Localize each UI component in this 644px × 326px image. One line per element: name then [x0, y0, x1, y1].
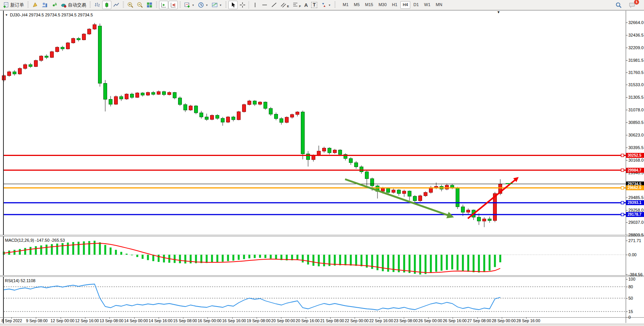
candle [349, 157, 353, 165]
macd-panel-separator[interactable] [0, 235, 644, 236]
candle [280, 117, 283, 125]
price-tick-label: 30395.5 [628, 145, 644, 150]
rsi-tick-label: 80 [628, 284, 633, 289]
macd-histogram-bar [499, 255, 501, 262]
macd-histogram-bar [19, 249, 21, 255]
macd-histogram-bar [249, 255, 251, 259]
macd-histogram-bar [243, 255, 245, 259]
candle [45, 55, 48, 59]
terminal-window: 新订单 自动交易 [0, 0, 644, 326]
chart-title[interactable]: ▼ DJ30-,H4 29734.5 29734.5 29734.5 29734… [5, 13, 93, 17]
time-axis-tick [36, 317, 36, 319]
price-tick-label: 30850.5 [628, 120, 644, 125]
time-axis-tick [109, 317, 110, 319]
line-handle[interactable] [621, 213, 624, 216]
axis-tick [626, 173, 628, 173]
line-handle[interactable] [621, 169, 624, 172]
axis-tick [626, 160, 628, 161]
macd-histogram-bar [489, 255, 491, 271]
candle [488, 217, 491, 223]
macd-histogram-bar [334, 255, 336, 265]
candle [445, 184, 449, 190]
candle [328, 147, 331, 154]
candle [232, 116, 235, 122]
time-axis-tick [281, 317, 281, 319]
candle [237, 111, 241, 120]
time-axis-tick [428, 317, 429, 319]
macd-histogram-bar [275, 255, 277, 259]
time-axis-label: 15 Sep 08:00 [173, 318, 197, 323]
macd-histogram-bar [419, 255, 421, 275]
time-axis-label: 19 Sep 08:00 [247, 318, 270, 323]
macd-histogram-bar [83, 241, 85, 255]
macd-histogram-bar [355, 255, 357, 266]
candle [157, 90, 161, 95]
macd-histogram-bar [382, 255, 384, 271]
axis-tick [626, 241, 628, 241]
macd-histogram-bar [174, 255, 176, 263]
macd-histogram-bar [409, 255, 411, 273]
axis-tick [626, 255, 628, 255]
chart-canvas [0, 0, 644, 326]
macd-histogram-bar [403, 255, 405, 273]
candle [483, 217, 486, 227]
axis-tick [626, 97, 628, 98]
macd-histogram-bar [72, 242, 74, 255]
candle [419, 195, 422, 202]
candle [467, 209, 470, 215]
candle [243, 104, 246, 112]
macd-histogram-bar [473, 255, 475, 272]
time-axis-tick [61, 317, 61, 319]
price-tick-label: 32209.0 [628, 45, 644, 50]
time-axis-tick [11, 317, 12, 319]
rsi-panel-separator[interactable] [0, 275, 644, 277]
candle [8, 71, 11, 77]
candle [403, 190, 406, 197]
rsi-tick-label: 0 [628, 315, 631, 320]
candle [323, 147, 326, 153]
line-handle[interactable] [621, 154, 624, 157]
macd-histogram-bar [339, 255, 341, 265]
axis-tick [626, 35, 628, 35]
axis-tick [626, 317, 628, 318]
chart-shift-marker[interactable]: ▼ [497, 10, 500, 14]
macd-histogram-bar [265, 255, 267, 258]
time-axis-tick [477, 317, 478, 319]
price-tick-label: 31078.0 [628, 108, 644, 112]
candle [130, 93, 134, 99]
time-axis-label: 16 Sep 16:00 [222, 318, 246, 323]
macd-histogram-bar [179, 255, 181, 263]
macd-histogram-bar [142, 255, 144, 259]
macd-histogram-bar [227, 255, 229, 261]
candle [66, 42, 70, 50]
time-axis-tick [453, 317, 453, 319]
axis-tick [626, 222, 628, 223]
macd-tick-label: 271.71 [628, 238, 641, 243]
macd-histogram-bar [206, 255, 208, 263]
candle [2, 74, 6, 82]
candle [333, 149, 337, 154]
candle [456, 187, 459, 209]
candle [253, 100, 257, 106]
candle [301, 111, 305, 159]
macd-histogram-bar [24, 248, 26, 255]
chevron-down-icon[interactable]: ▼ [5, 13, 8, 17]
macd-histogram-bar [56, 244, 58, 255]
candle [296, 111, 299, 117]
time-axis-label: 28 Sep 16:00 [516, 318, 540, 323]
line-handle[interactable] [621, 201, 624, 204]
price-badge: 30252.5 [626, 153, 644, 158]
macd-histogram-bar [345, 255, 347, 265]
macd-histogram-bar [361, 255, 363, 266]
candle [221, 117, 225, 126]
candle [72, 38, 75, 44]
line-handle[interactable] [621, 186, 624, 189]
price-badge: 29393.1 [626, 200, 644, 205]
macd-histogram-bar [110, 247, 112, 255]
toolbar-divider [0, 10, 644, 11]
downtrend-arrow[interactable] [345, 179, 452, 217]
time-axis-tick [159, 317, 159, 319]
chart-title-text: DJ30-,H4 29734.5 29734.5 29734.5 29734.5 [10, 13, 93, 17]
price-tick-label: 31305.5 [628, 95, 644, 100]
macd-histogram-bar [51, 244, 53, 255]
